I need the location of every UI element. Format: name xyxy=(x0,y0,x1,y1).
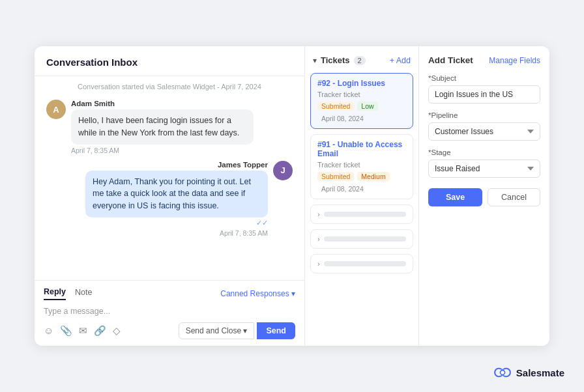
ticket-card-92[interactable]: #92 - Login Issues Tracker ticket Submit… xyxy=(310,73,413,129)
message-time: April 7, 8:35 AM xyxy=(85,229,268,237)
add-ticket-panel: Add Ticket Manage Fields *Subject *Pipel… xyxy=(419,46,549,346)
ticket-date: April 08, 2024 xyxy=(317,114,368,123)
ticket-type: Tracker ticket xyxy=(317,91,406,98)
status-badge: Submited xyxy=(317,172,354,181)
stage-label: *Stage xyxy=(428,148,540,156)
chevron-right-icon: › xyxy=(317,235,320,243)
stage-select[interactable]: Issue Raised xyxy=(428,160,540,178)
message-content: Adam Smith Hello, I have been facing log… xyxy=(71,100,254,154)
chevron-right-icon: › xyxy=(317,210,320,218)
emoji-icon[interactable]: ☺ xyxy=(44,325,53,337)
collapsed-item[interactable]: › xyxy=(310,254,413,273)
subject-label: *Subject xyxy=(428,74,540,82)
conversation-started: Conversation started via Salesmate Widge… xyxy=(46,83,293,91)
status-badge: Submited xyxy=(317,102,354,111)
stage-field: *Stage Issue Raised xyxy=(428,148,540,178)
add-ticket-button[interactable]: + Add xyxy=(390,56,411,65)
save-button[interactable]: Save xyxy=(428,188,482,206)
message-input-placeholder[interactable]: Type a message... xyxy=(44,305,295,317)
salesmate-icon xyxy=(493,366,512,379)
salesmate-logo: Salesmate xyxy=(493,366,564,379)
erase-icon[interactable]: ◇ xyxy=(113,325,121,337)
avatar: J xyxy=(273,161,293,180)
cancel-button[interactable]: Cancel xyxy=(488,188,540,206)
toolbar-icons: ☺ 📎 ✉ 🔗 ◇ xyxy=(44,325,121,337)
link-icon[interactable]: 🔗 xyxy=(94,325,106,337)
collapsed-placeholder xyxy=(324,261,406,266)
subject-input[interactable] xyxy=(428,85,540,104)
message-bubble: Hello, I have been facing login issues f… xyxy=(71,109,254,145)
manage-fields-link[interactable]: Manage Fields xyxy=(489,56,540,65)
ticket-card-91[interactable]: #91 - Unable to Access Email Tracker tic… xyxy=(310,134,413,199)
tab-note[interactable]: Note xyxy=(75,288,92,300)
chevron-right-icon: › xyxy=(317,260,320,268)
conversation-body: Conversation started via Salesmate Widge… xyxy=(35,76,304,280)
message-row: J James Topper Hey Adam, Thank you for p… xyxy=(46,161,293,237)
canned-responses-button[interactable]: Canned Responses ▾ xyxy=(220,289,295,298)
salesmate-brand-text: Salesmate xyxy=(516,367,564,378)
email-icon[interactable]: ✉ xyxy=(79,325,87,337)
ticket-link[interactable]: #92 - Login Issues xyxy=(317,79,406,88)
pipeline-label: *Pipeline xyxy=(428,111,540,119)
message-sender: Adam Smith xyxy=(71,100,254,107)
ticket-type: Tracker ticket xyxy=(317,161,406,169)
collapsed-placeholder xyxy=(324,236,406,242)
message-time: April 7, 8:35 AM xyxy=(71,147,254,154)
send-button[interactable]: Send xyxy=(257,322,295,339)
panel-title: Add Ticket xyxy=(428,55,473,65)
ticket-tags: Submited Medium April 08, 2024 xyxy=(317,172,406,193)
ticket-link[interactable]: #91 - Unable to Access Email xyxy=(317,140,406,158)
attachment-icon[interactable]: 📎 xyxy=(60,325,72,337)
tickets-panel: ▾ Tickets 2 + Add #92 - Login Issues Tra… xyxy=(305,46,419,346)
message-content: James Topper Hey Adam, Thank you for poi… xyxy=(85,161,268,237)
send-close-button[interactable]: Send and Close ▾ xyxy=(179,322,255,339)
message-sender: James Topper xyxy=(85,161,268,169)
subject-field: *Subject xyxy=(428,74,540,104)
pipeline-select[interactable]: Customer Issues xyxy=(428,122,540,141)
pipeline-field: *Pipeline Customer Issues xyxy=(428,111,540,141)
form-actions: Save Cancel xyxy=(428,188,540,206)
tickets-count: 2 xyxy=(354,56,366,65)
message-row: A Adam Smith Hello, I have been facing l… xyxy=(46,100,293,154)
message-bubble: Hey Adam, Thank you for pointing it out.… xyxy=(85,171,268,217)
conversation-panel: Conversation Inbox Conversation started … xyxy=(35,46,305,346)
collapsed-item[interactable]: › xyxy=(310,204,413,224)
reply-toolbar: ☺ 📎 ✉ 🔗 ◇ Send and Close ▾ Send xyxy=(44,322,295,339)
tickets-title: Tickets xyxy=(321,55,350,65)
collapsed-item[interactable]: › xyxy=(310,229,413,249)
tickets-collapse-toggle[interactable]: ▾ xyxy=(313,56,317,65)
reply-area: Reply Note Canned Responses ▾ Type a mes… xyxy=(35,280,304,346)
priority-badge: Medium xyxy=(357,172,389,181)
ticket-tags: Submited Low April 08, 2024 xyxy=(317,102,406,123)
collapsed-placeholder xyxy=(324,212,406,217)
avatar: A xyxy=(46,100,66,119)
conversation-header: Conversation Inbox xyxy=(35,46,304,76)
reply-tabs: Reply Note Canned Responses ▾ xyxy=(44,287,295,300)
main-container: Conversation Inbox Conversation started … xyxy=(35,46,549,346)
tab-reply[interactable]: Reply xyxy=(44,287,66,300)
conversation-title: Conversation Inbox xyxy=(46,57,293,68)
priority-badge: Low xyxy=(357,102,377,111)
double-check-icon: ✓✓ xyxy=(85,219,268,227)
ticket-date: April 08, 2024 xyxy=(317,184,368,193)
panel-header: Add Ticket Manage Fields xyxy=(428,55,540,65)
send-group: Send and Close ▾ Send xyxy=(179,322,295,339)
tickets-header: ▾ Tickets 2 + Add xyxy=(305,46,418,70)
